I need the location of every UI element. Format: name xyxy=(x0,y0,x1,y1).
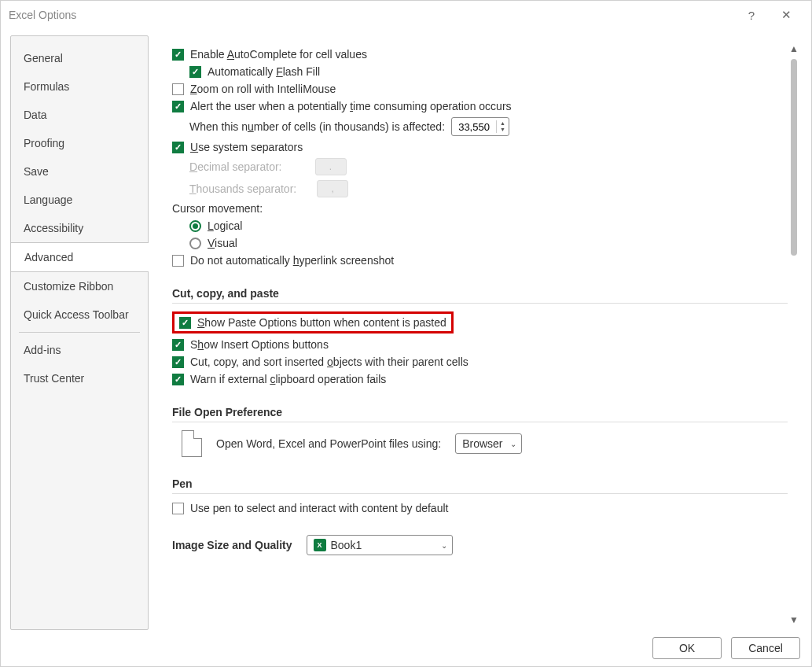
alert-time-consuming-checkbox[interactable] xyxy=(172,101,184,112)
auto-flash-fill-checkbox[interactable] xyxy=(189,66,201,78)
cursor-visual-radio[interactable] xyxy=(189,238,201,249)
section-rule xyxy=(172,493,788,494)
cells-affected-label: When this number of cells (in thousands)… xyxy=(189,120,445,133)
sidebar-separator xyxy=(19,332,140,333)
thousands-separator-label: Thousands separator: xyxy=(189,182,296,195)
scroll-down-icon[interactable]: ▼ xyxy=(789,614,799,625)
chevron-down-icon: ⌄ xyxy=(510,440,516,448)
use-pen-label: Use pen to select and interact with cont… xyxy=(190,502,448,514)
image-size-workbook-dropdown[interactable]: X Book1 ⌄ xyxy=(307,535,453,555)
section-rule xyxy=(172,422,788,422)
section-image-size: Image Size and Quality xyxy=(172,539,292,551)
enable-autocomplete-checkbox[interactable] xyxy=(172,49,184,61)
sidebar-item-accessibility[interactable]: Accessibility xyxy=(11,214,148,242)
cursor-logical-radio[interactable] xyxy=(189,220,201,232)
use-pen-checkbox[interactable] xyxy=(172,503,184,514)
cells-affected-input[interactable] xyxy=(452,121,496,133)
cursor-visual-label: Visual xyxy=(208,237,237,249)
spinner-up-icon[interactable]: ▲ xyxy=(497,120,509,127)
no-hyperlink-screenshot-label: Do not automatically hyperlink screensho… xyxy=(190,254,394,267)
sidebar-item-quick-access[interactable]: Quick Access Toolbar xyxy=(11,300,148,329)
no-hyperlink-screenshot-checkbox[interactable] xyxy=(172,255,184,267)
cancel-button[interactable]: Cancel xyxy=(731,637,800,659)
category-sidebar: General Formulas Data Proofing Save Lang… xyxy=(10,35,149,630)
chevron-down-icon: ⌄ xyxy=(441,541,447,550)
section-pen: Pen xyxy=(172,477,788,490)
zoom-intellimouse-label: Zoom on roll with IntelliMouse xyxy=(190,83,336,95)
scroll-up-icon[interactable]: ▲ xyxy=(789,43,799,54)
thousands-separator-input: , xyxy=(317,180,348,197)
cursor-movement-label: Cursor movement: xyxy=(172,202,263,215)
ok-button[interactable]: OK xyxy=(652,637,722,659)
cut-copy-sort-objects-checkbox[interactable] xyxy=(172,356,184,368)
sidebar-item-advanced[interactable]: Advanced xyxy=(10,242,149,272)
warn-clipboard-label: Warn if external clipboard operation fai… xyxy=(190,373,386,385)
decimal-separator-input: . xyxy=(315,158,347,175)
cut-copy-sort-objects-label: Cut, copy, and sort inserted objects wit… xyxy=(190,356,468,368)
image-size-workbook-value: Book1 xyxy=(331,539,362,551)
warn-clipboard-checkbox[interactable] xyxy=(172,374,184,385)
show-paste-options-checkbox[interactable] xyxy=(179,317,191,329)
sidebar-item-general[interactable]: General xyxy=(11,44,148,72)
section-file-open: File Open Preference xyxy=(172,406,788,418)
sidebar-item-add-ins[interactable]: Add-ins xyxy=(11,336,148,364)
sidebar-item-formulas[interactable]: Formulas xyxy=(11,72,148,101)
dialog-footer: OK Cancel xyxy=(1,630,811,666)
options-content: Enable AutoComplete for cell values Auto… xyxy=(149,35,802,630)
sidebar-item-language[interactable]: Language xyxy=(11,186,148,214)
use-system-separators-checkbox[interactable] xyxy=(172,142,184,153)
sidebar-item-proofing[interactable]: Proofing xyxy=(11,129,148,157)
show-insert-options-label: Show Insert Options buttons xyxy=(190,338,329,351)
cells-affected-spinner[interactable]: ▲▼ xyxy=(451,117,509,136)
section-cut-copy-paste: Cut, copy, and paste xyxy=(172,287,788,300)
enable-autocomplete-label: Enable AutoComplete for cell values xyxy=(190,48,367,61)
scrollbar-thumb[interactable] xyxy=(791,59,797,256)
sidebar-item-trust-center[interactable]: Trust Center xyxy=(11,364,148,392)
excel-file-icon: X xyxy=(314,539,326,551)
open-files-using-value: Browser xyxy=(462,437,502,450)
close-icon[interactable]: ✕ xyxy=(769,8,803,22)
alert-time-consuming-label: Alert the user when a potentially time c… xyxy=(190,100,512,112)
show-paste-options-label: Show Paste Options button when content i… xyxy=(197,316,446,329)
open-files-using-label: Open Word, Excel and PowerPoint files us… xyxy=(216,437,441,450)
help-icon[interactable]: ? xyxy=(734,9,769,22)
excel-options-dialog: Excel Options ? ✕ General Formulas Data … xyxy=(0,0,812,667)
decimal-separator-label: Decimal separator: xyxy=(189,160,282,173)
titlebar: Excel Options ? ✕ xyxy=(1,1,811,29)
dialog-title: Excel Options xyxy=(9,9,734,21)
zoom-intellimouse-checkbox[interactable] xyxy=(172,83,184,95)
document-icon xyxy=(182,430,202,457)
show-insert-options-checkbox[interactable] xyxy=(172,339,184,351)
open-files-using-dropdown[interactable]: Browser ⌄ xyxy=(455,433,522,454)
auto-flash-fill-label: Automatically Flash Fill xyxy=(208,65,320,78)
highlighted-option: Show Paste Options button when content i… xyxy=(172,311,454,334)
cursor-logical-label: Logical xyxy=(208,219,242,232)
section-rule xyxy=(172,303,788,304)
spinner-down-icon[interactable]: ▼ xyxy=(497,127,509,133)
use-system-separators-label: Use system separators xyxy=(190,141,303,153)
sidebar-item-customize-ribbon[interactable]: Customize Ribbon xyxy=(11,272,148,300)
sidebar-item-data[interactable]: Data xyxy=(11,101,148,129)
sidebar-item-save[interactable]: Save xyxy=(11,157,148,186)
